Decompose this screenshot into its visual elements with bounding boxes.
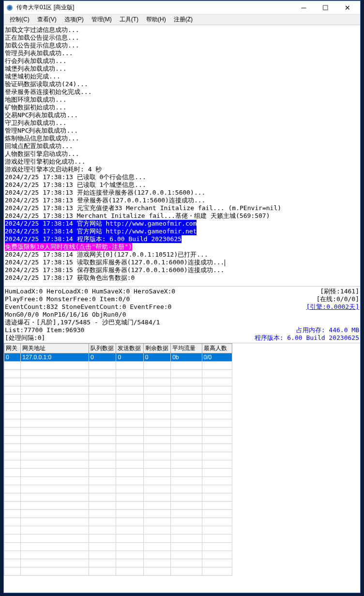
table-row[interactable] <box>4 436 232 444</box>
log-line: 2024/2/25 17:38:14 程序版本: 6.00 Build 2023… <box>5 235 182 243</box>
table-row[interactable] <box>4 419 232 428</box>
table-cell <box>143 502 170 510</box>
table-header[interactable]: 网关 <box>4 344 21 353</box>
table-cell <box>89 551 116 559</box>
table-cell <box>89 485 116 493</box>
table-cell <box>171 559 202 567</box>
table-row[interactable] <box>4 370 232 378</box>
table-row[interactable] <box>4 386 232 395</box>
table-header-row: 网关网关地址队列数据发送数据剩余数据平均流量最高人数 <box>4 344 232 353</box>
menu-control[interactable]: 控制(C) <box>6 15 33 25</box>
table-cell <box>116 436 143 444</box>
status-eventcount: EventCount:832 StoneEventCount:0 EventFr… <box>5 303 171 311</box>
table-row[interactable] <box>4 362 232 370</box>
table-row[interactable] <box>4 543 232 551</box>
table-cell <box>171 485 202 493</box>
table-cell <box>143 362 170 370</box>
log-line: 2024/2/25 17:38:13 已读取 0个行会信息... <box>5 173 146 181</box>
table-cell <box>89 460 116 469</box>
table-row[interactable] <box>4 444 232 452</box>
table-row[interactable] <box>4 403 232 411</box>
table-row[interactable] <box>4 526 232 535</box>
menu-manage[interactable]: 管理(M) <box>88 15 116 25</box>
table-row[interactable] <box>4 395 232 403</box>
table-cell <box>143 551 170 559</box>
table-cell <box>116 370 143 378</box>
table-row[interactable]: 0127.0.0.1:00000b0/0 <box>4 353 232 362</box>
table-cell <box>89 559 116 567</box>
table-row[interactable] <box>4 469 232 477</box>
table-cell <box>4 403 21 411</box>
maximize-button[interactable]: ☐ <box>315 1 336 15</box>
menu-help[interactable]: 帮助(H) <box>142 15 170 25</box>
table-cell <box>171 444 202 452</box>
table-cell <box>4 378 21 386</box>
table-cell <box>116 502 143 510</box>
table-row[interactable] <box>4 518 232 526</box>
gateway-grid-panel[interactable]: 网关网关地址队列数据发送数据剩余数据平均流量最高人数 0127.0.0.1:00… <box>4 343 360 593</box>
table-row[interactable] <box>4 485 232 493</box>
table-cell: 0b <box>171 353 202 362</box>
table-cell <box>143 510 170 518</box>
table-cell <box>116 543 143 551</box>
table-row[interactable] <box>4 452 232 460</box>
table-header[interactable]: 发送数据 <box>116 344 143 353</box>
menu-options[interactable]: 选项(P) <box>61 15 88 25</box>
table-cell <box>21 444 89 452</box>
table-cell <box>171 543 202 551</box>
table-row[interactable] <box>4 477 232 485</box>
table-cell <box>171 518 202 526</box>
menu-view[interactable]: 查看(V) <box>33 15 61 25</box>
table-cell <box>116 362 143 370</box>
table-row[interactable] <box>4 510 232 518</box>
menu-tools[interactable]: 工具(T) <box>116 15 142 25</box>
table-header[interactable]: 队列数据 <box>89 344 116 353</box>
table-cell <box>21 362 89 370</box>
table-row[interactable] <box>4 551 232 559</box>
status-playfree: PlayFree:0 MonsterFree:0 Item:0/0 <box>5 295 130 303</box>
table-header[interactable]: 平均流量 <box>171 344 202 353</box>
table-cell <box>21 567 89 576</box>
log-panel[interactable]: 加载文字过滤信息成功...正在加载公告提示信息...加载公告提示信息成功...管… <box>4 25 360 287</box>
table-cell <box>116 378 143 386</box>
table-header[interactable]: 剩余数据 <box>143 344 170 353</box>
table-cell <box>89 567 116 576</box>
table-cell <box>143 567 170 576</box>
table-cell <box>4 543 21 551</box>
table-cell <box>202 526 232 535</box>
gateway-table: 网关网关地址队列数据发送数据剩余数据平均流量最高人数 0127.0.0.1:00… <box>4 343 232 576</box>
table-cell <box>89 362 116 370</box>
table-cell <box>21 460 89 469</box>
table-row[interactable] <box>4 502 232 510</box>
table-row[interactable] <box>4 460 232 469</box>
table-cell <box>202 559 232 567</box>
table-cell <box>202 460 232 469</box>
table-cell <box>171 477 202 485</box>
table-cell <box>116 559 143 567</box>
table-row[interactable] <box>4 559 232 567</box>
table-cell <box>4 386 21 395</box>
table-cell <box>4 535 21 543</box>
log-content: 加载文字过滤信息成功...正在加载公告提示信息...加载公告提示信息成功...管… <box>4 25 360 283</box>
table-row[interactable] <box>4 428 232 436</box>
table-cell <box>89 543 116 551</box>
table-cell <box>21 510 89 518</box>
table-row[interactable] <box>4 378 232 386</box>
table-row[interactable] <box>4 411 232 419</box>
log-line: 2024/2/25 17:38:13 已读取 1个城堡信息... <box>5 181 146 188</box>
table-cell <box>116 403 143 411</box>
titlebar[interactable]: 传奇大学01区 [商业版] ─ ☐ ✕ <box>4 1 360 15</box>
table-row[interactable] <box>4 493 232 502</box>
menu-register[interactable]: 注册(Z) <box>170 15 197 25</box>
table-row[interactable] <box>4 567 232 576</box>
table-header[interactable]: 最高人数 <box>202 344 232 353</box>
close-button[interactable]: ✕ <box>336 1 358 15</box>
minimize-button[interactable]: ─ <box>293 1 315 15</box>
table-cell <box>143 535 170 543</box>
table-header[interactable]: 网关地址 <box>21 344 89 353</box>
status-engine-link[interactable]: [引擎:0.0002天] <box>306 303 359 311</box>
table-cell <box>89 452 116 460</box>
table-row[interactable] <box>4 535 232 543</box>
svg-point-1 <box>8 6 11 9</box>
table-cell <box>202 485 232 493</box>
